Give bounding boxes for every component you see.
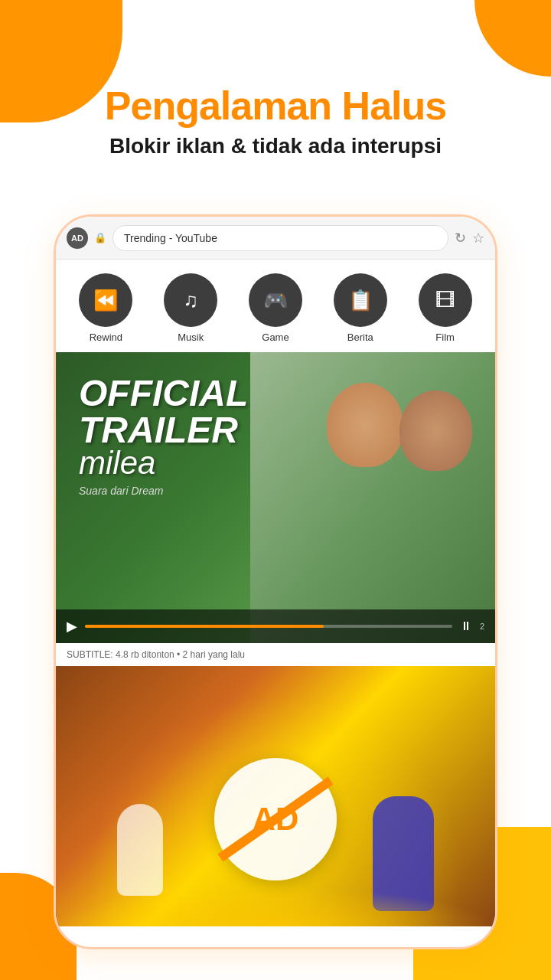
subheadline: Blokir iklan & tidak ada interupsi (0, 134, 551, 158)
video-title-trailer: TRAILER (79, 412, 248, 449)
film-icon: 🎞 (419, 273, 472, 327)
game-label: Game (262, 332, 289, 343)
game-icon: 🎮 (249, 273, 302, 327)
reload-icon[interactable]: ↻ (455, 230, 466, 247)
rewind-icon: ⏪ (79, 273, 132, 327)
bookmark-star-icon[interactable]: ☆ (472, 230, 484, 247)
rewind-label: Rewind (90, 332, 122, 343)
film-label: Film (435, 332, 455, 343)
category-berita[interactable]: 📋 Berita (334, 273, 387, 343)
pause-button[interactable]: ⏸ (460, 619, 472, 633)
header-section: Pengalaman Halus Blokir iklan & tidak ad… (0, 0, 551, 158)
ad-blocker-overlay: AD (214, 758, 337, 880)
lock-icon: 🔒 (94, 232, 106, 243)
main-video-thumbnail[interactable]: OFFICIAL TRAILER milea Suara dari Dream … (56, 352, 495, 643)
ad-blocker-circle: AD (214, 758, 337, 880)
video-title-official: OFFICIAL (79, 375, 248, 412)
second-video-thumbnail[interactable]: AD (56, 666, 495, 926)
video-overlay-text: OFFICIAL TRAILER milea Suara dari Dream (79, 375, 248, 497)
musik-icon: ♫ (164, 273, 217, 327)
duration-text: 2 (480, 622, 484, 631)
berita-icon: 📋 (334, 273, 387, 327)
video-player-bar: ▶ ⏸ 2 (56, 609, 495, 643)
stage-light-bottom (56, 888, 495, 926)
musik-label: Musik (178, 332, 204, 343)
phone-mockup: AD 🔒 Trending - YouTube ↻ ☆ ⏪ Rewind ♫ M… (54, 214, 497, 949)
play-button[interactable]: ▶ (67, 618, 77, 635)
headline: Pengalaman Halus (0, 84, 551, 128)
category-rewind[interactable]: ⏪ Rewind (79, 273, 132, 343)
progress-fill (85, 625, 324, 628)
berita-label: Berita (347, 332, 373, 343)
youtube-categories: ⏪ Rewind ♫ Musik 🎮 Game 📋 Berita 🎞 Film (56, 260, 495, 352)
progress-bar[interactable] (85, 625, 452, 628)
video-subtitle: Suara dari Dream (79, 485, 248, 497)
browser-bar: AD 🔒 Trending - YouTube ↻ ☆ (56, 217, 495, 260)
ad-text: AD (253, 801, 299, 838)
url-bar[interactable]: Trending - YouTube (112, 225, 448, 251)
video-title-milea: milea (79, 445, 248, 482)
video-info-text: SUBTITLE: 4.8 rb ditonton • 2 hari yang … (67, 649, 245, 660)
video-info-bar: SUBTITLE: 4.8 rb ditonton • 2 hari yang … (56, 643, 495, 666)
performer-1 (117, 804, 163, 896)
category-musik[interactable]: ♫ Musik (164, 273, 217, 343)
ad-badge: AD (67, 227, 88, 249)
category-film[interactable]: 🎞 Film (419, 273, 472, 343)
couple-area (250, 352, 495, 643)
url-text: Trending - YouTube (124, 232, 217, 244)
category-game[interactable]: 🎮 Game (249, 273, 302, 343)
